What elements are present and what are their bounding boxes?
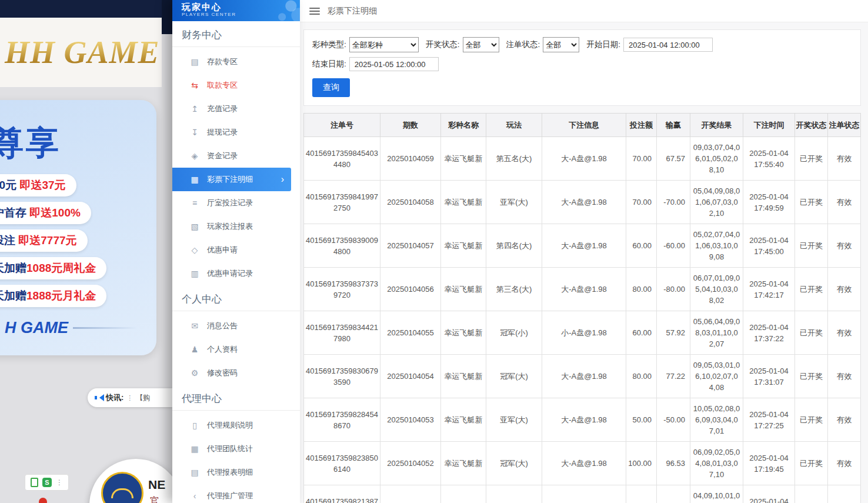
cell: 大-A盘@1.98 xyxy=(542,442,626,485)
sidebar-item-promo-apply-records[interactable]: ▥优惠申请记录 xyxy=(172,262,300,285)
cell: 有效 xyxy=(828,311,861,355)
table-row: 40156917359821387879020250104051幸运飞艇新亚军(… xyxy=(304,485,861,503)
cell: 大-A盘@1.98 xyxy=(542,268,626,311)
cell: 57.92 xyxy=(657,311,690,355)
bet-table: 注单号期数彩种名称玩法下注信息投注额输赢开奖结果下注时间开奖状态注单状态4015… xyxy=(303,113,861,503)
cell: -80.00 xyxy=(657,268,690,311)
panel-header: 玩家中心 PLAYERS CENTER xyxy=(172,0,300,21)
sidebar-item-agent-promotion[interactable]: ‹代理推广管理 xyxy=(172,484,300,503)
cell: 有效 xyxy=(828,398,861,442)
cell: 亚军(大) xyxy=(486,398,542,442)
promo-pill-list: 60元 即送37元户首存 即送100%投注 即送7777元天加赠1088元周礼金… xyxy=(0,174,156,307)
customer-service-badge[interactable]: NE 官 xyxy=(89,459,172,503)
team-stats-icon: ▦ xyxy=(190,444,199,454)
sidebar-item-label: 消息公告 xyxy=(207,321,238,331)
screen: HH GAME 尊享 60元 即送37元户首存 即送100%投注 即送7777元… xyxy=(0,0,868,503)
search-button[interactable]: 查询 xyxy=(312,78,350,97)
cell: 亚军(大) xyxy=(486,485,542,503)
cell: 2025-01-04 17:19:45 xyxy=(743,442,795,485)
cell: 已开奖 xyxy=(795,311,828,355)
sidebar-item-change-password[interactable]: ⚙修改密码 xyxy=(172,361,300,385)
hamburger-menu-icon[interactable] xyxy=(309,8,320,15)
cell: 80.00 xyxy=(626,268,657,311)
draw-status-select[interactable]: 全部 xyxy=(463,37,499,52)
sidebar-item-agent-report-details[interactable]: ▤代理报表明细 xyxy=(172,461,300,484)
cell: 401569173598419972750 xyxy=(304,181,380,224)
sidebar-item-messages[interactable]: ✉消息公告 xyxy=(172,314,300,338)
cell: 401569173598344217980 xyxy=(304,311,380,355)
lottery-type-select[interactable]: 全部彩种 xyxy=(349,37,419,52)
sidebar-item-label: 代理报表明细 xyxy=(207,467,253,478)
cell: 大-A盘@1.98 xyxy=(542,181,626,224)
cell: 幸运飞艇新 xyxy=(441,137,486,181)
sidebar-item-label: 代理推广管理 xyxy=(207,491,253,501)
background-page: HH GAME 尊享 60元 即送37元户首存 即送100%投注 即送7777元… xyxy=(0,0,172,503)
cell: 20250104051 xyxy=(380,485,441,503)
cell: 401569173598373739720 xyxy=(304,268,380,311)
sidebar-item-player-bet-report[interactable]: ▧玩家投注报表 xyxy=(172,215,300,238)
sidebar-item-recharge-records[interactable]: ↥充值记录 xyxy=(172,97,300,121)
ticker-text: 【购 xyxy=(136,393,150,403)
cell: 幸运飞艇新 xyxy=(441,398,486,442)
end-date-label: 结束日期: xyxy=(312,59,346,69)
agent-report-icon: ▤ xyxy=(190,468,199,477)
cell: 大-A盘@1.98 xyxy=(542,137,626,181)
hall-record-icon: ≡ xyxy=(190,198,199,208)
cell: -60.00 xyxy=(657,224,690,268)
sidebar-item-agent-rules[interactable]: ▯代理规则说明 xyxy=(172,414,300,437)
document-icon: ▯ xyxy=(190,421,199,430)
news-ticker[interactable]: 快讯: ⋮ 【购 xyxy=(88,388,172,407)
panel-title: 玩家中心 xyxy=(182,2,300,12)
table-row: 40156917359837373972020250104056幸运飞艇新第三名… xyxy=(304,268,861,311)
cell: 05,04,09,08,01,06,07,03,02,10 xyxy=(690,181,743,224)
end-date-group: 结束日期: xyxy=(312,57,439,71)
order-status-select[interactable]: 全部 xyxy=(543,37,579,52)
sidebar-item-label: 代理规则说明 xyxy=(207,420,253,431)
logo-band: HH GAME xyxy=(0,18,162,87)
report-icon: ▧ xyxy=(190,222,199,231)
badge-text: NE xyxy=(148,478,165,492)
cell: 100.00 xyxy=(626,442,657,485)
start-date-input[interactable] xyxy=(623,38,713,52)
cell: 大-A盘@1.98 xyxy=(542,355,626,398)
end-date-input[interactable] xyxy=(349,57,439,71)
lottery-type-group: 彩种类型:全部彩种 xyxy=(312,37,419,52)
sidebar-item-label: 修改密码 xyxy=(207,368,238,378)
sidebar-item-cashout-records[interactable]: ↧提现记录 xyxy=(172,121,300,144)
gear-icon: ⚙ xyxy=(190,368,199,378)
background-topbar xyxy=(0,0,172,18)
cell: 77.22 xyxy=(657,355,690,398)
cell: 05,06,04,09,08,03,01,10,02,07 xyxy=(690,311,743,355)
cell: 2025-01-04 17:42:17 xyxy=(743,268,795,311)
sidebar-item-withdraw[interactable]: ⇆取款专区 xyxy=(172,74,300,97)
cell: 冠军(小) xyxy=(486,311,542,355)
cell: 50.00 xyxy=(626,398,657,442)
cell: 80.00 xyxy=(626,355,657,398)
cell: 第四名(大) xyxy=(486,224,542,268)
column-header: 输赢 xyxy=(657,114,690,137)
sidebar-item-lottery-bet-details[interactable]: ▦彩票下注明细› xyxy=(172,168,291,191)
sidebar-item-fund-records[interactable]: ◈资金记录 xyxy=(172,144,300,168)
sidebar-item-hall-bet-records[interactable]: ≡厅室投注记录 xyxy=(172,191,300,215)
cell: 已开奖 xyxy=(795,181,828,224)
sidebar-item-label: 玩家投注报表 xyxy=(207,221,253,232)
brand-logo: HH GAME xyxy=(0,34,160,71)
sidebar-item-agent-team-stats[interactable]: ▦代理团队统计 xyxy=(172,437,300,461)
cell: 有效 xyxy=(828,268,861,311)
promo-brand-text: H GAME xyxy=(5,319,68,337)
sidebar-item-label: 代理团队统计 xyxy=(207,444,253,454)
cell: 06,07,01,09,05,04,10,03,08,02 xyxy=(690,268,743,311)
scroll-dots-icon: ⋮ xyxy=(126,394,133,402)
cell: 已开奖 xyxy=(795,398,828,442)
cell: 有效 xyxy=(828,485,861,503)
cell: 幸运飞艇新 xyxy=(441,442,486,485)
notification-badge xyxy=(39,498,47,503)
sidebar-item-profile[interactable]: ♟个人资料 xyxy=(172,338,300,361)
section-title: 代理中心 xyxy=(172,385,300,411)
cell: 幸运飞艇新 xyxy=(441,485,486,503)
sidebar-item-promo-apply[interactable]: ◇优惠申请 xyxy=(172,238,300,262)
recharge-record-icon: ↥ xyxy=(190,104,199,114)
promo-pill: 天加赠1888元月礼金 xyxy=(0,285,106,307)
sidebar-item-deposit[interactable]: ▤存款专区 xyxy=(172,50,300,74)
promo-headline: 尊享 xyxy=(0,121,156,166)
